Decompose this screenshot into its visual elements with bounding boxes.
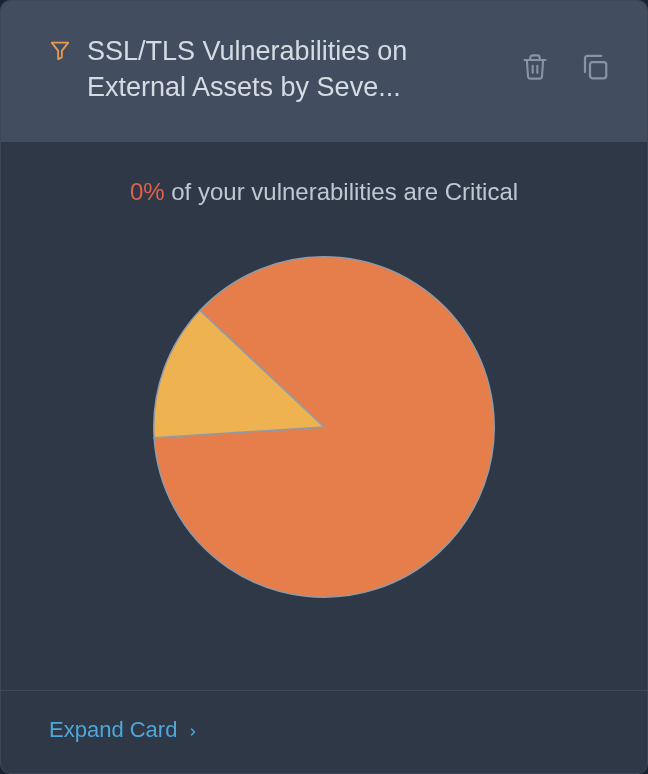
card-body: 0% of your vulnerabilities are Critical	[1, 142, 647, 690]
svg-marker-0	[52, 43, 69, 59]
svg-rect-3	[590, 62, 606, 78]
filter-icon	[49, 39, 71, 61]
copy-icon[interactable]	[579, 51, 611, 83]
pie-chart	[139, 242, 509, 612]
card-footer: Expand Card	[1, 690, 647, 773]
summary-text: 0% of your vulnerabilities are Critical	[130, 178, 518, 206]
chevron-right-icon	[187, 721, 199, 739]
summary-rest: of your vulnerabilities are Critical	[165, 178, 518, 205]
card-title-wrap: SSL/TLS Vulnerabilities on External Asse…	[49, 33, 499, 106]
vulnerabilities-card: SSL/TLS Vulnerabilities on External Asse…	[0, 0, 648, 774]
header-actions	[519, 51, 611, 83]
trash-icon[interactable]	[519, 51, 551, 83]
critical-percent: 0%	[130, 178, 165, 205]
expand-card-link[interactable]: Expand Card	[49, 717, 199, 743]
card-title: SSL/TLS Vulnerabilities on External Asse…	[87, 33, 499, 106]
expand-card-label: Expand Card	[49, 717, 177, 743]
card-header: SSL/TLS Vulnerabilities on External Asse…	[1, 1, 647, 142]
